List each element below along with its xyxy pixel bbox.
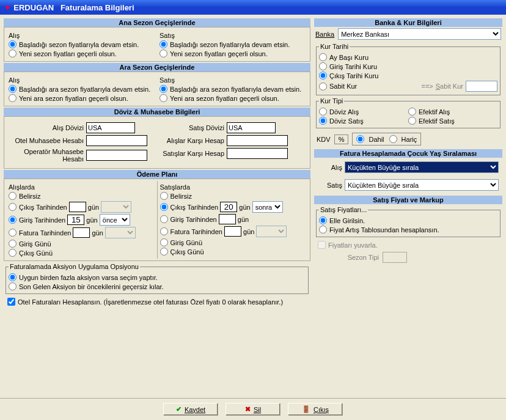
legend-satis-fiyatlari: Satış Fiyatları...: [319, 206, 368, 213]
radio-ara-satis-basladigi[interactable]: Başladığı ara sezon fiyatlarıyla devam e…: [160, 84, 306, 94]
label-kdv: KDV: [317, 136, 331, 143]
section-odeme: Ödeme Planı: [4, 170, 310, 179]
label-alis-ara: Alış: [9, 76, 155, 84]
input-alis-cikis-gun[interactable]: [69, 202, 86, 212]
radio-kdv-haric[interactable]: Hariç: [389, 134, 417, 144]
radio-ana-alis-yeni[interactable]: Yeni sezon fiyatları geçerli olsun.: [9, 49, 155, 58]
input-alis-dovizi[interactable]: [86, 122, 135, 133]
radio-kur-giris[interactable]: Giriş Tarihi Kuru: [319, 62, 497, 71]
label-sabit-kur: Sabit Kur: [433, 83, 466, 90]
input-alis-fatura-gun[interactable]: [73, 227, 90, 238]
label-sabit-arrow: ==>: [421, 83, 433, 90]
label-alislar-karsi: Alışlar Karşı Hesap: [160, 137, 227, 144]
section-doviz: Döviz & Muhasebe Bilgileri: [4, 108, 310, 116]
save-button[interactable]: ✔Kaydet: [163, 403, 218, 416]
label-percent: %: [334, 134, 349, 144]
radio-efektif-satis[interactable]: Efektif Satış: [408, 116, 497, 125]
input-satislar-karsi[interactable]: [227, 148, 288, 159]
radio-alis-cikis[interactable]: Çıkış Tarihinden gün: [9, 201, 155, 213]
select-banka[interactable]: Merkez Bankası: [338, 28, 501, 40]
label-cocuk-satis: Satış: [318, 182, 345, 189]
legend-kur-tarihi: Kur Tarihi: [319, 43, 350, 50]
input-satis-cikis-gun[interactable]: [220, 202, 237, 212]
input-sabit-kur[interactable]: [466, 81, 497, 92]
radio-doviz-satis[interactable]: Döviz Satış: [319, 116, 408, 125]
section-banka: Banka & Kur Bilgileri: [314, 18, 502, 27]
section-ana-sezon: Ana Sezon Geçişlerinde: [4, 18, 310, 27]
fieldset-kur-tarihi: Kur Tarihi Ay Başı Kuru Giriş Tarihi Kur…: [316, 43, 501, 95]
radio-ara-alis-yeni[interactable]: Yeni ara sezon fiyatları geçerli olsun.: [9, 94, 155, 103]
label-satis-ara: Satış: [160, 76, 306, 84]
radio-alis-belirsiz[interactable]: Belirsiz: [9, 191, 155, 201]
radio-ana-alis-basladigi[interactable]: Başladığı sezon fiyatlarıyla devam etsin…: [9, 40, 155, 49]
delete-button[interactable]: ✖Sil: [226, 403, 280, 416]
input-otel-muhasebe[interactable]: [86, 135, 147, 146]
legend-aksiyon: Faturalamada Aksiyon Uygulama Opsiyonu: [9, 263, 140, 270]
radio-satis-fatura[interactable]: Fatura Tarihinden gün: [160, 225, 306, 238]
fieldset-aksiyon: Faturalamada Aksiyon Uygulama Opsiyonu U…: [6, 263, 309, 294]
checkbox-fiyat-yuvarla: Fiyatları yuvarla.: [314, 239, 502, 251]
radio-alis-giris-gunu[interactable]: Giriş Günü: [9, 239, 155, 248]
select-cocuk-alis[interactable]: Küçükten Büyüğe sırala: [345, 161, 499, 173]
x-icon: ✖: [245, 405, 251, 413]
radio-kur-aybasi[interactable]: Ay Başı Kuru: [319, 53, 497, 62]
label-op-muhasebe: Operatör Muhasebe Hesabı: [7, 148, 86, 163]
select-satis-fatura-yon[interactable]: [256, 226, 287, 237]
legend-kur-tipi: Kur Tipi: [319, 97, 344, 105]
label-otel-muhasebe: Otel Muhasebe Hesabı: [7, 137, 86, 144]
radio-satis-cikis-gunu[interactable]: Çıkış Günü: [160, 247, 306, 256]
label-alis: Alış: [9, 32, 155, 39]
radio-fiyat-artis[interactable]: Fiyat Artış Tablosundan hesaplansın.: [319, 225, 497, 234]
radio-alis-giris[interactable]: Giriş Tarihinden gün önce: [9, 213, 155, 226]
page-title: Faturalama Bilgileri: [61, 3, 134, 12]
radio-ara-alis-basladigi[interactable]: Başladığı ara sezon fiyatlarıyla devam e…: [9, 84, 155, 94]
radio-elle-girilsin[interactable]: Elle Girilsin.: [319, 216, 497, 225]
label-satislar-karsi: Satışlar Karşı Hesap: [160, 150, 227, 157]
radio-kur-sabit[interactable]: Sabit Kur ==> Sabit Kur: [319, 80, 497, 92]
input-satis-giris-gun[interactable]: [219, 214, 236, 224]
radio-kdv-dahil[interactable]: Dahil: [356, 134, 384, 144]
radio-aksiyon-songelen[interactable]: Son Gelen Aksiyon bir öncekilerini geçer…: [9, 282, 306, 291]
door-icon: 🚪: [302, 405, 310, 413]
select-alis-cikis-yon[interactable]: [101, 201, 131, 213]
select-alis-giris-yon[interactable]: önce: [100, 214, 130, 226]
input-satis-fatura-gun[interactable]: [224, 226, 241, 237]
radio-efektif-alis[interactable]: Efektif Alış: [408, 107, 497, 116]
check-icon: ✔: [176, 405, 182, 413]
input-alis-giris-gun[interactable]: [67, 215, 84, 225]
select-alis-fatura-yon[interactable]: [105, 227, 136, 238]
label-sezon-tipi: Sezon Tipi: [315, 254, 383, 261]
section-satis-markup: Satış Fiyatı ve Markup: [314, 196, 502, 204]
select-satis-cikis-yon[interactable]: sonra: [252, 201, 283, 213]
label-satislarda: Satışlarda: [160, 183, 306, 191]
radio-ana-satis-yeni[interactable]: Yeni sezon fiyatları geçerli olsun.: [160, 49, 306, 58]
button-bar: ✔Kaydet ✖Sil 🚪Çıkış: [0, 398, 506, 420]
label-cocuk-alis: Alış: [318, 164, 345, 171]
exit-button[interactable]: 🚪Çıkış: [288, 403, 343, 416]
input-op-muhasebe[interactable]: [86, 150, 147, 161]
radio-ara-satis-yeni[interactable]: Yeni ara sezon fiyatları geçerli olsun.: [160, 94, 306, 103]
label-satis: Satış: [160, 32, 306, 39]
input-satis-dovizi[interactable]: [227, 122, 276, 133]
input-sezon-tipi: [383, 252, 407, 263]
app-icon: ♥: [5, 2, 10, 12]
radio-satis-giris-gunu[interactable]: Giriş Günü: [160, 238, 306, 247]
label-alislarda: Alışlarda: [9, 183, 155, 191]
section-ara-sezon: Ara Sezon Geçişlerinde: [4, 63, 310, 72]
radio-kur-cikis[interactable]: Çıkış Tarihi Kuru: [319, 71, 497, 80]
section-cocuk: Fatura Hesaplamada Çocuk Yaş Sıralaması: [314, 149, 502, 158]
radio-satis-giris[interactable]: Giriş Tarihinden gün: [160, 213, 306, 225]
radio-satis-belirsiz[interactable]: Belirsiz: [160, 191, 306, 201]
radio-doviz-alis[interactable]: Döviz Alış: [319, 107, 408, 116]
radio-alis-cikis-gunu[interactable]: Çıkış Günü: [9, 248, 155, 257]
label-banka: Banka: [315, 31, 338, 38]
radio-satis-cikis[interactable]: Çıkış Tarihinden gün sonra: [160, 201, 306, 213]
radio-ana-satis-basladigi[interactable]: Başladığı sezon fiyatlarıyla devam etsin…: [160, 40, 306, 49]
checkbox-otel-fatura[interactable]: Otel Faturaları Hesaplansın. (İşaretlenm…: [4, 296, 310, 308]
radio-alis-fatura[interactable]: Fatura Tarihinden gün: [9, 226, 155, 239]
fieldset-satis-fiyatlari: Satış Fiyatları... Elle Girilsin. Fiyat …: [316, 206, 501, 237]
fieldset-kur-tipi: Kur Tipi Döviz Alış Döviz Satış Efektif …: [316, 97, 501, 128]
select-cocuk-satis[interactable]: Küçükten Büyüğe sırala: [345, 179, 499, 191]
radio-aksiyon-uygun[interactable]: Uygun birden fazla aksiyon varsa seçim y…: [9, 273, 306, 282]
input-alislar-karsi[interactable]: [227, 135, 288, 146]
